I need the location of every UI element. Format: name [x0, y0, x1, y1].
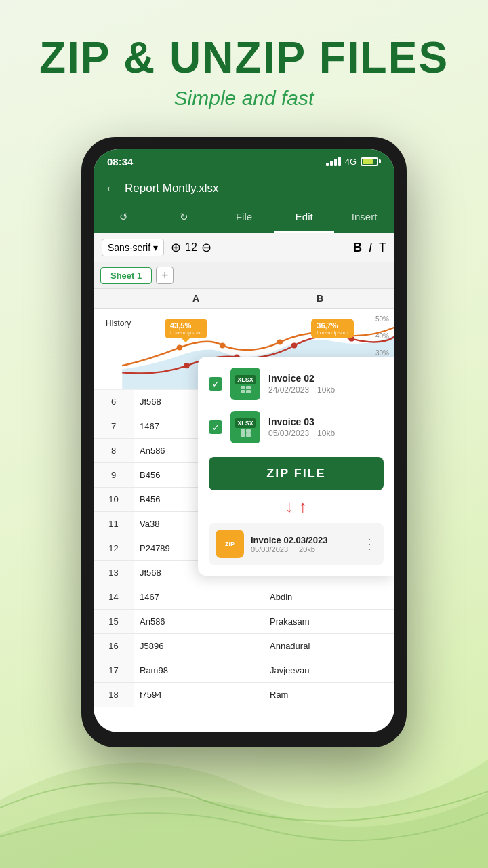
file-2-size: 10kb	[317, 429, 335, 438]
file-info-2: Invoice 03 05/03/2023 10kb	[268, 416, 384, 438]
bold-button[interactable]: B	[353, 241, 362, 255]
row-number: 15	[94, 610, 134, 633]
checkbox-2[interactable]: ✓	[209, 420, 222, 434]
decrease-size-icon[interactable]: ⊖	[201, 240, 211, 255]
file-1-name: Invoice 02	[268, 373, 384, 384]
row-number: 16	[94, 634, 134, 658]
row-number: 8	[94, 439, 134, 462]
file-2-meta: 05/03/2023 10kb	[268, 429, 384, 438]
file-name-title: Report Montly.xlsx	[125, 182, 219, 195]
signal-icon	[326, 157, 341, 166]
row-number: 10	[94, 488, 134, 511]
font-dropdown-icon: ▾	[153, 242, 158, 253]
cell-a-15[interactable]: An586	[134, 610, 264, 633]
arrow-down-icon: ↓	[285, 497, 293, 516]
font-size-value: 12	[185, 241, 197, 254]
font-name: Sans-serif	[108, 242, 150, 253]
zip-file-button[interactable]: ZIP FILE	[209, 457, 384, 490]
sheet-tab-1[interactable]: Sheet 1	[100, 267, 152, 284]
svg-point-0	[177, 345, 182, 351]
row-number: 14	[94, 585, 134, 609]
cell-b-14[interactable]: Abdin	[264, 585, 394, 609]
cell-b-17[interactable]: Javjeevan	[264, 658, 394, 682]
table-row: 17 Ram98 Javjeevan	[94, 658, 394, 683]
cell-a-17[interactable]: Ram98	[134, 658, 264, 682]
phone-screen: 08:34 4G	[94, 149, 394, 732]
add-sheet-button[interactable]: +	[156, 267, 174, 284]
row-number: 12	[94, 536, 134, 560]
cell-b-18[interactable]: Ram	[264, 683, 394, 707]
result-file-date: 05/03/2023	[251, 545, 288, 553]
row-num-header	[94, 289, 134, 308]
table-row: 16 J5896 Annadurai	[94, 634, 394, 658]
tooltip-1-sub: Lorem Ipsum	[170, 330, 202, 336]
checkbox-1[interactable]: ✓	[209, 377, 222, 391]
formatting-row: Sans-serif ▾ ⊕ 12 ⊖ B I T	[94, 233, 394, 262]
insert-tab[interactable]: Insert	[334, 203, 394, 233]
header-section: ZIP & UNZIP FILES Simple and fast	[0, 0, 488, 123]
file-info-1: Invoice 02 24/02/2023 10kb	[268, 373, 384, 395]
italic-button[interactable]: I	[369, 241, 372, 255]
network-type: 4G	[345, 157, 357, 167]
svg-point-2	[277, 340, 283, 345]
file-1-meta: 24/02/2023 10kb	[268, 385, 384, 395]
col-header-row: A B	[94, 289, 394, 309]
table-row: 14 1467 Abdin	[94, 585, 394, 610]
file-1-size: 10kb	[317, 385, 335, 395]
cell-b-15[interactable]: Prakasam	[264, 610, 394, 633]
file-item-1: ✓ XLSX Invoice 02 24/02/2023	[209, 368, 384, 400]
result-info: Invoice 02.03/2023 05/03/2023 20kb	[251, 535, 356, 553]
file-1-date: 24/02/2023	[268, 385, 309, 395]
file-2-name: Invoice 03	[268, 416, 384, 427]
sheet-tabs: Sheet 1 +	[94, 262, 394, 289]
y-label-30: 30%	[375, 349, 389, 357]
nav-bar: ← Report Montly.xlsx	[94, 174, 394, 203]
cell-a-16[interactable]: J5896	[134, 634, 264, 658]
row-number: 13	[94, 561, 134, 585]
status-time: 08:34	[107, 156, 133, 167]
file-tab[interactable]: File	[214, 203, 274, 233]
row-number: 7	[94, 414, 134, 438]
font-selector[interactable]: Sans-serif ▾	[102, 239, 164, 256]
col-header-a: A	[134, 289, 258, 308]
tooltip-1-value: 43,5%	[170, 321, 202, 330]
y-label-40: 40%	[375, 332, 389, 340]
y-axis-labels: 50% 40% 30%	[375, 315, 389, 357]
phone-container: 08:34 4G	[0, 137, 488, 747]
result-file-bar: ZIP Invoice 02.03/2023 05/03/2023 20kb ⋮	[209, 523, 384, 565]
result-file-size: 20kb	[299, 545, 315, 553]
redo-button[interactable]: ↻	[154, 203, 214, 233]
increase-size-icon[interactable]: ⊕	[171, 240, 181, 255]
status-icons: 4G	[326, 157, 381, 167]
cell-a-18[interactable]: f7594	[134, 683, 264, 707]
strikethrough-button[interactable]: T	[379, 241, 386, 255]
menu-dots-button[interactable]: ⋮	[363, 536, 377, 552]
y-label-50: 50%	[375, 315, 389, 323]
table-row: 15 An586 Prakasam	[94, 610, 394, 634]
svg-point-6	[291, 343, 297, 349]
cell-a-14[interactable]: 1467	[134, 585, 264, 609]
row-number: 6	[94, 390, 134, 414]
scroll-handle	[382, 289, 394, 308]
back-button[interactable]: ←	[104, 180, 118, 196]
chart-tooltip-1: 43,5% Lorem Ipsum	[165, 319, 207, 338]
row-number: 11	[94, 512, 134, 536]
page-title: ZIP & UNZIP FILES	[14, 34, 474, 81]
battery-icon	[361, 157, 381, 166]
file-item-2: ✓ XLSX Invoice 03 05/03/2023	[209, 411, 384, 443]
row-number: 17	[94, 658, 134, 682]
edit-tab[interactable]: Edit	[274, 203, 334, 233]
result-file-name: Invoice 02.03/2023	[251, 535, 356, 545]
file-2-date: 05/03/2023	[268, 429, 309, 438]
file-icon-xlsx-1: XLSX	[230, 368, 260, 400]
cell-b-16[interactable]: Annadurai	[264, 634, 394, 658]
spreadsheet: A B History	[94, 289, 394, 707]
undo-button[interactable]: ↺	[94, 203, 154, 233]
status-bar: 08:34 4G	[94, 149, 394, 174]
col-header-b: B	[258, 289, 382, 308]
arrows-row: ↓ ↑	[209, 497, 384, 516]
row-number: 18	[94, 683, 134, 707]
zip-file-icon: ZIP	[216, 530, 244, 558]
phone-frame: 08:34 4G	[81, 137, 407, 747]
tooltip-2-sub: Lorem Ipsum	[317, 330, 348, 336]
